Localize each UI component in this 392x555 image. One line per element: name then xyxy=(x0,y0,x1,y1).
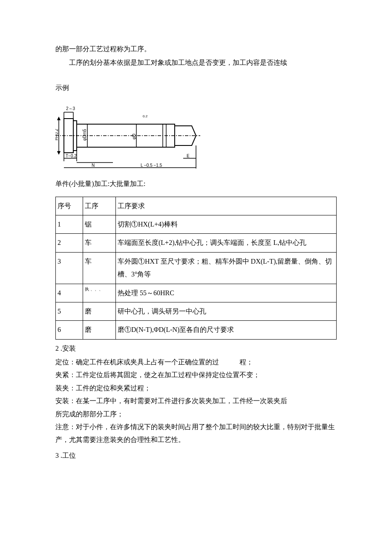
cell-step: 锯 xyxy=(83,215,116,233)
cell-req: 热处理 55～60HRC xyxy=(116,284,337,302)
dim-h: H−0.2 xyxy=(55,129,59,140)
dim-d: φD xyxy=(132,134,136,139)
def-install: 安装：在某一工序中，有时需要对工件进行多次装夹加工，工件经一次装夹后 xyxy=(55,395,337,407)
definitions: 定位：确定工件在机床或夹具上占有一个正确位置的过程； 夹紧：工件定位后将其固定，… xyxy=(55,356,337,447)
cell-req: 车外圆①HXT 至尺寸要求；粗、精车外圆中 DX(L-T),留磨量、倒角、切槽、… xyxy=(116,252,337,284)
cell-step: 磨 xyxy=(83,321,116,339)
technical-drawing: 2～3 H−0.2 φDm5 φD T−0.2 N L −0.5 −1.5 E … xyxy=(55,95,200,170)
th-no: 序号 xyxy=(56,197,83,215)
table-row: 3 车 车外圆①HXT 至尺寸要求；粗、精车外圆中 DX(L-T),留磨量、倒角… xyxy=(56,252,337,284)
intro-line-2: 工序的划分基本依据是加工对象或加工地点是否变更，加工内容是否连续 xyxy=(55,56,337,69)
intro-line-1: 的那一部分工艺过程称为工序。 xyxy=(55,43,337,55)
cell-step: 车 xyxy=(83,252,116,284)
dim-l: L −0.5 −1.5 xyxy=(141,163,162,168)
def-text: 定位：确定工件在机床或夹具上占有一个正确位置的过 xyxy=(55,358,219,366)
table-row: 1 锯 切割①HX(L+4)棒料 xyxy=(56,215,337,233)
process-table: 序号 工序 工序要求 1 锯 切割①HX(L+4)棒料 2 车 车端面至长度(L… xyxy=(55,197,337,340)
dim-top: 2～3 xyxy=(66,106,75,111)
cell-no: 6 xyxy=(56,321,83,339)
table-row: 2 车 车端面至长度(L+2),钻中心孔；调头车端面，长度至 L,钻中心孔 xyxy=(56,234,337,252)
cell-req: 车端面至长度(L+2),钻中心孔；调头车端面，长度至 L,钻中心孔 xyxy=(116,234,337,252)
table-header-row: 序号 工序 工序要求 xyxy=(56,197,337,215)
def-install-2: 所完成的那部分工序； xyxy=(55,408,337,421)
dim-tol: 0.2 xyxy=(143,114,148,118)
def-clamping: 夹紧：工件定位后将其固定，使之在加工过程中保持定位位置不变； xyxy=(55,369,337,381)
dim-n: N xyxy=(92,163,95,168)
dim-dm5: φDm5 xyxy=(82,129,87,141)
table-row: 4 执 、、、 热处理 55～60HRC xyxy=(56,284,337,302)
cell-req: 磨①D(N-T),ΦD(L-N)至各自的尺寸要求 xyxy=(116,321,337,339)
section-2-title: 2 .安装 xyxy=(55,342,337,355)
cell-step: 执 、、、 xyxy=(83,284,116,302)
cell-no: 3 xyxy=(56,252,83,284)
batch-line: 单件(小批量)加工:大批量加工: xyxy=(55,177,337,190)
cell-no: 5 xyxy=(56,302,83,320)
cell-no: 4 xyxy=(56,284,83,302)
dim-t: T−0.2 xyxy=(66,154,77,158)
diagram-label: 示例 xyxy=(55,81,337,94)
th-step: 工序 xyxy=(83,197,116,215)
def-text: 程； xyxy=(239,358,253,366)
cell-step: 车 xyxy=(83,234,116,252)
def-note: 注意：对于小件，在许多情况下的装夹时间占用了整个加工时间的较大比重，特别对于批量… xyxy=(55,421,337,447)
cell-no: 1 xyxy=(56,215,83,233)
table-row: 5 磨 研中心孔，调头研另一中心孔 xyxy=(56,302,337,320)
dim-e: E xyxy=(187,154,190,158)
document-page: 的那一部分工艺过程称为工序。 工序的划分基本依据是加工对象或加工地点是否变更，加… xyxy=(0,0,392,555)
cell-no: 2 xyxy=(56,234,83,252)
def-positioning: 定位：确定工件在机床或夹具上占有一个正确位置的过程； xyxy=(55,356,337,369)
cell-req: 切割①HX(L+4)棒料 xyxy=(116,215,337,233)
def-fixture: 装夹：工件的定位和夹紧过程； xyxy=(55,382,337,395)
table-row: 6 磨 磨①D(N-T),ΦD(L-N)至各自的尺寸要求 xyxy=(56,321,337,339)
th-req: 工序要求 xyxy=(116,197,337,215)
section-3-title: 3 .工位 xyxy=(55,449,337,462)
cell-req: 研中心孔，调头研另一中心孔 xyxy=(116,302,337,320)
cell-step: 磨 xyxy=(83,302,116,320)
